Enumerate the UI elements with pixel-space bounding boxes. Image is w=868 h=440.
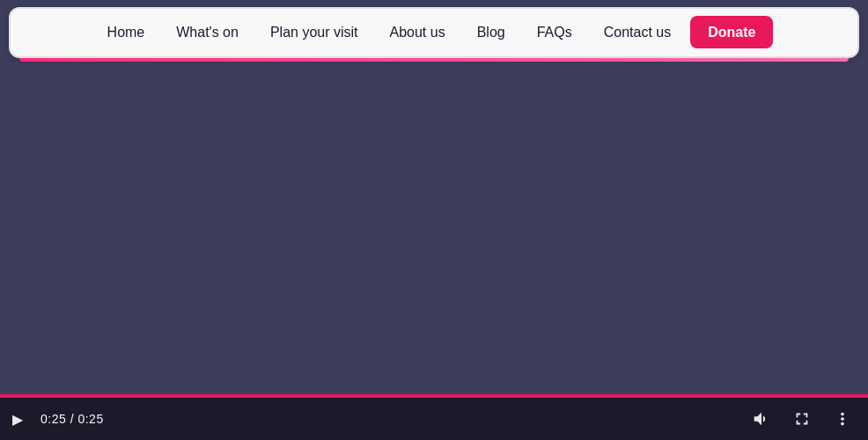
donate-button[interactable]: Donate bbox=[690, 16, 773, 48]
nav-link-contact-us[interactable]: Contact us bbox=[592, 18, 683, 47]
more-options-icon bbox=[833, 409, 852, 429]
volume-button[interactable] bbox=[748, 406, 775, 432]
nav-item-home[interactable]: Home bbox=[95, 25, 158, 40]
fullscreen-icon bbox=[792, 409, 812, 429]
nav-link-whats-on[interactable]: What's on bbox=[164, 18, 251, 47]
video-controls: ▶ 0:25 / 0:25 bbox=[0, 398, 868, 440]
nav-item-faqs[interactable]: FAQs bbox=[525, 25, 585, 40]
nav-link-home[interactable]: Home bbox=[95, 18, 158, 47]
navbar: Home What's on Plan your visit About us … bbox=[9, 7, 859, 58]
nav-link-plan-your-visit[interactable]: Plan your visit bbox=[258, 18, 371, 47]
nav-item-whats-on[interactable]: What's on bbox=[164, 25, 251, 40]
video-time-display: 0:25 / 0:25 bbox=[40, 412, 104, 426]
nav-link-faqs[interactable]: FAQs bbox=[525, 18, 585, 47]
nav-link-blog[interactable]: Blog bbox=[465, 18, 518, 47]
cursor-icon: ▶ bbox=[12, 411, 23, 428]
nav-item-blog[interactable]: Blog bbox=[465, 25, 518, 40]
more-options-button[interactable] bbox=[829, 406, 856, 432]
nav-item-plan-your-visit[interactable]: Plan your visit bbox=[258, 25, 371, 40]
volume-icon bbox=[752, 409, 771, 429]
nav-item-contact-us[interactable]: Contact us bbox=[592, 25, 683, 40]
nav-item-donate[interactable]: Donate bbox=[690, 25, 773, 40]
nav-item-about-us[interactable]: About us bbox=[378, 25, 458, 40]
nav-links: Home What's on Plan your visit About us … bbox=[95, 25, 774, 40]
fullscreen-button[interactable] bbox=[789, 406, 815, 432]
video-area bbox=[0, 0, 868, 440]
nav-link-about-us[interactable]: About us bbox=[378, 18, 458, 47]
